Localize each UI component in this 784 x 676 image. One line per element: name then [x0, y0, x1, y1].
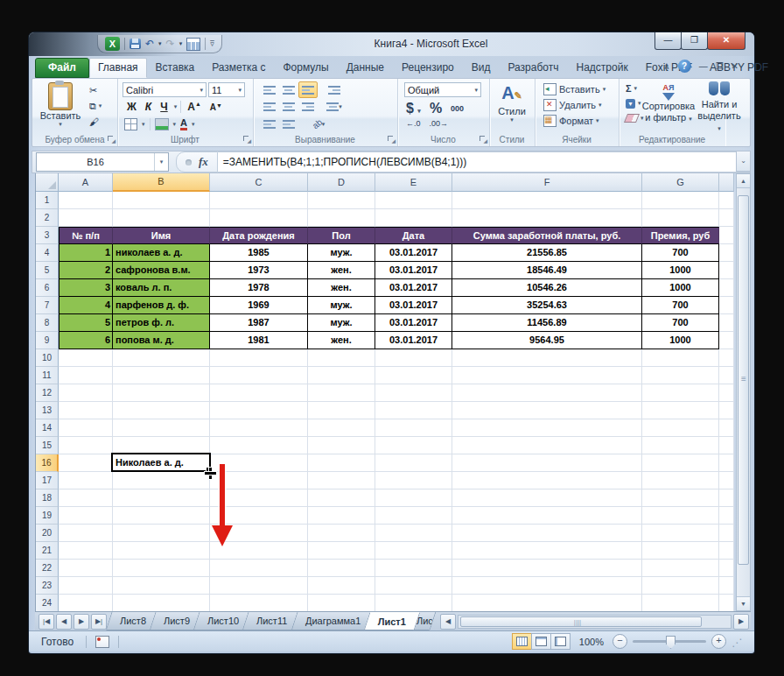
cell-E24[interactable] — [375, 595, 452, 611]
ribbon-tab-формулы[interactable]: Формулы — [274, 58, 337, 78]
row-header-22[interactable]: 22 — [36, 560, 59, 577]
worksheet-grid[interactable]: ABCDEFG123№ п/пИмяДата рожденияПолДатаСу… — [35, 173, 734, 611]
help-icon[interactable]: ? — [678, 60, 691, 73]
row-header-7[interactable]: 7 — [36, 297, 59, 314]
first-sheet-icon[interactable]: |◀ — [38, 614, 54, 630]
cell-F16[interactable] — [452, 454, 642, 472]
cell-B11[interactable] — [113, 367, 210, 384]
number-format-combo[interactable]: Общий▾ — [404, 82, 481, 97]
insert-function-button[interactable]: fx — [199, 155, 208, 169]
cell-B12[interactable] — [113, 384, 210, 402]
cell-E18[interactable] — [375, 489, 452, 507]
row-header-17[interactable]: 17 — [36, 472, 59, 489]
column-header-E[interactable]: E — [375, 173, 452, 192]
font-name-combo[interactable]: Calibri▾ — [122, 82, 206, 97]
cell-A5[interactable]: 2 — [59, 262, 113, 279]
cell-E13[interactable] — [375, 402, 452, 419]
vertical-scrollbar[interactable]: ▲ ▼ — [736, 173, 751, 611]
cell-E22[interactable] — [375, 560, 452, 577]
ribbon-tab-вид[interactable]: Вид — [463, 58, 500, 78]
ribbon-tab-главная[interactable]: Главная — [89, 58, 147, 78]
cell-D6[interactable]: жен. — [308, 279, 375, 297]
cell-F9[interactable]: 9564.95 — [452, 332, 642, 349]
row-header-24[interactable]: 24 — [36, 595, 59, 611]
ribbon-collapse-icon[interactable]: ∧ — [663, 60, 669, 73]
cell-E15[interactable] — [375, 437, 452, 454]
percent-button[interactable]: % — [430, 101, 442, 116]
cell-F7[interactable]: 35254.63 — [452, 297, 642, 314]
cell-F11[interactable] — [452, 367, 642, 384]
cell-G7[interactable]: 700 — [642, 297, 719, 314]
cell-D24[interactable] — [308, 595, 375, 611]
formula-bar-expand-icon[interactable]: ⌄ — [736, 151, 751, 172]
currency-button[interactable]: $ ▾ — [406, 101, 421, 116]
cell-E6[interactable]: 03.01.2017 — [375, 279, 452, 297]
decrease-decimal-button[interactable]: .00→ — [430, 119, 449, 128]
page-layout-view-button[interactable] — [531, 633, 551, 650]
cell-A13[interactable] — [59, 402, 113, 419]
sort-filter-button[interactable]: АЯ Сортировкаи фильтр ▾ — [641, 81, 696, 124]
cell-C23[interactable] — [210, 577, 308, 595]
column-header-A[interactable]: A — [59, 173, 113, 192]
tab-scroll-right-icon[interactable]: ▶ — [733, 614, 749, 630]
cell-B24[interactable] — [113, 595, 210, 611]
cell-D20[interactable] — [308, 525, 375, 542]
cell-G20[interactable] — [642, 525, 719, 542]
cell-F17[interactable] — [452, 472, 642, 489]
cell-G24[interactable] — [642, 595, 719, 611]
close-button[interactable]: ✕ — [707, 32, 746, 50]
cell-B3[interactable]: Имя — [113, 227, 210, 244]
redo-icon[interactable]: ↷ — [166, 38, 175, 50]
zoom-slider-thumb[interactable] — [666, 636, 676, 649]
select-all-corner[interactable] — [36, 173, 59, 192]
cell-D8[interactable]: муж. — [308, 314, 375, 332]
cell-A16[interactable] — [59, 454, 113, 472]
find-select-button[interactable]: Найти ивыделить ▾ — [696, 81, 743, 134]
align-center-button[interactable] — [279, 98, 298, 115]
shrink-font-button[interactable]: А▼ — [207, 102, 225, 112]
row-header-16[interactable]: 16 — [36, 454, 59, 472]
cell-F10[interactable] — [452, 349, 642, 367]
row-header-12[interactable]: 12 — [36, 384, 59, 402]
name-box[interactable]: B16 ▾ — [36, 152, 169, 172]
cell-C7[interactable]: 1969 — [210, 297, 308, 314]
cell-B18[interactable] — [113, 489, 210, 507]
cell-A21[interactable] — [59, 542, 113, 560]
cell-E3[interactable]: Дата — [375, 227, 452, 244]
cell-E9[interactable]: 03.01.2017 — [375, 332, 452, 349]
workbook-close-icon[interactable]: ✕ — [732, 60, 738, 73]
cell-B7[interactable]: парфенов д. ф. — [113, 297, 210, 314]
row-header-13[interactable]: 13 — [36, 402, 59, 419]
page-break-view-button[interactable] — [550, 633, 570, 650]
cell-A24[interactable] — [59, 595, 113, 611]
cell-E12[interactable] — [375, 384, 452, 402]
cell-A8[interactable]: 5 — [59, 314, 113, 332]
cell-D16[interactable] — [308, 454, 375, 472]
cell-G1[interactable] — [642, 192, 719, 209]
ribbon-tab-данные[interactable]: Данные — [338, 58, 393, 78]
name-box-dropdown-icon[interactable]: ▾ — [154, 153, 168, 171]
cell-F15[interactable] — [452, 437, 642, 454]
cell-D2[interactable] — [308, 209, 375, 227]
cell-F6[interactable]: 10546.26 — [452, 279, 642, 297]
cell-F14[interactable] — [452, 419, 642, 437]
cell-C10[interactable] — [210, 349, 308, 367]
cell-B17[interactable] — [113, 472, 210, 489]
cell-A14[interactable] — [59, 419, 113, 437]
cell-A11[interactable] — [59, 367, 113, 384]
format-painter-button[interactable]: 🖌 — [87, 114, 104, 130]
cell-A22[interactable] — [59, 560, 113, 577]
cell-G10[interactable] — [642, 349, 719, 367]
ribbon-tab-вставка[interactable]: Вставка — [147, 58, 204, 78]
increase-decimal-button[interactable]: ←.0 — [406, 119, 421, 128]
cell-C12[interactable] — [210, 384, 308, 402]
cell-G5[interactable]: 1000 — [642, 262, 719, 279]
cell-F13[interactable] — [452, 402, 642, 419]
cell-G4[interactable]: 700 — [642, 244, 719, 262]
cell-D23[interactable] — [308, 577, 375, 595]
row-header-1[interactable]: 1 — [36, 192, 59, 209]
cell-A3[interactable]: № п/п — [59, 227, 113, 244]
tab-scroll-left-icon[interactable]: ◀ — [440, 614, 456, 630]
cell-F8[interactable]: 11456.89 — [452, 314, 642, 332]
zoom-in-icon[interactable]: + — [711, 634, 726, 649]
